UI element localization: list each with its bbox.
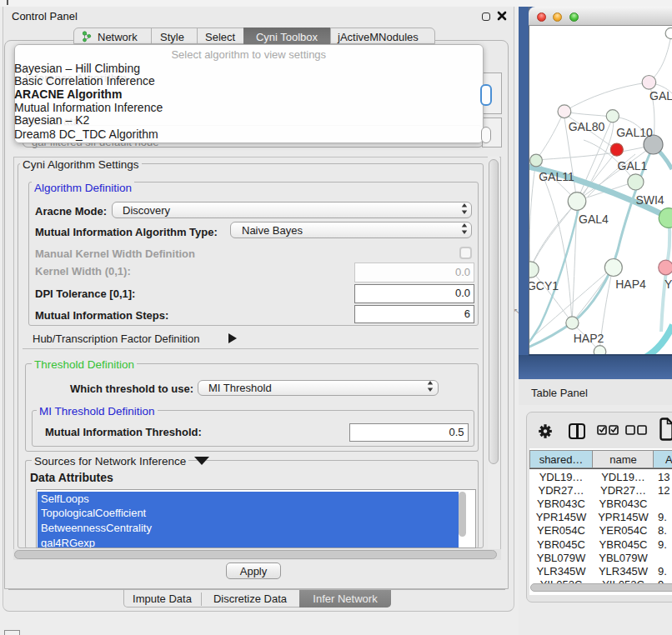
svg-text:GAL11: GAL11 <box>539 170 574 183</box>
svg-text:GAL7: GAL7 <box>649 89 672 102</box>
svg-text:GAL4: GAL4 <box>579 212 609 226</box>
svg-text:Y: Y <box>664 278 672 291</box>
svg-text:GAL1: GAL1 <box>618 159 648 172</box>
svg-text:HAP4: HAP4 <box>615 278 646 291</box>
svg-text:GAL10: GAL10 <box>616 126 653 139</box>
svg-text:HAP2: HAP2 <box>574 332 604 345</box>
svg-text:GAL80: GAL80 <box>569 120 605 133</box>
svg-text:GCY1: GCY1 <box>529 279 559 292</box>
svg-text:SWI4: SWI4 <box>635 193 664 207</box>
